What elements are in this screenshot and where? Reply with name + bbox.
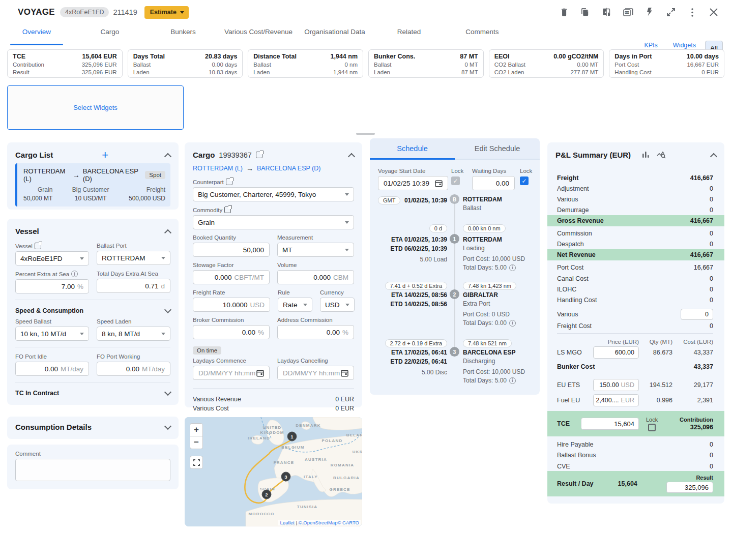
start-date-lock-checkbox[interactable]: ✓ xyxy=(451,176,460,185)
fueleu-price-input[interactable]: 2,400....EUR xyxy=(593,394,639,406)
volume-input[interactable]: 0.000CBM xyxy=(277,270,354,284)
osm-link[interactable]: © OpenStreetMap xyxy=(299,520,338,525)
laydays-commence-input[interactable]: DD/MM/YY hh:mm xyxy=(193,366,270,380)
address-commission-input[interactable]: 0.00% xyxy=(277,325,354,339)
freight-rate-input[interactable]: 10.0000USD xyxy=(193,298,270,312)
svg-text:1: 1 xyxy=(290,434,294,439)
voyage-start-date-input[interactable]: 01/02/25 10:39 xyxy=(378,176,448,190)
estimate-button[interactable]: Estimate xyxy=(144,6,189,19)
percent-extra-at-sea-input[interactable]: 7.00% xyxy=(15,279,89,293)
compare-icon[interactable] xyxy=(602,7,612,17)
cargo-route-from: ROTTERDAM (L) xyxy=(23,167,70,183)
vessel-external-link-icon[interactable] xyxy=(35,243,41,249)
kpi-card-days-in-port: Days in Port10.00 days Port Cost16,667 E… xyxy=(609,49,724,78)
expand-consumption-icon[interactable] xyxy=(164,422,171,429)
ballast-port-select[interactable]: ROTTERDAM xyxy=(97,251,170,265)
currency-select[interactable]: USD xyxy=(320,298,355,312)
tab-comments[interactable]: Comments xyxy=(446,24,519,41)
commodity-select[interactable]: Grain xyxy=(193,215,354,229)
fo-port-idle-input[interactable]: 0.00MT/day xyxy=(15,362,89,376)
expand-icon[interactable] xyxy=(666,7,676,17)
flash-icon[interactable] xyxy=(645,7,655,17)
collapse-pnl-icon[interactable] xyxy=(710,153,717,160)
route-link-to[interactable]: BARCELONA ESP (D) xyxy=(257,165,321,172)
fo-port-working-input[interactable]: 0.00MT/day xyxy=(97,362,170,376)
consumption-details-title: Consumption Details xyxy=(15,423,92,431)
more-menu-icon[interactable] xyxy=(687,7,697,17)
voyage-number: 211419 xyxy=(113,8,137,16)
route-arrow-icon: → xyxy=(73,171,80,179)
booked-quantity-input[interactable]: 50,000 xyxy=(193,243,270,257)
route-map[interactable]: + − UNITED KINGDOM IRELAND DENMARK BELGI… xyxy=(185,417,362,526)
timeline-node-2: 2 xyxy=(450,289,459,299)
waiting-days-lock-checkbox[interactable]: ✓ xyxy=(520,176,529,185)
select-widgets-button[interactable]: Select Widgets xyxy=(7,85,184,130)
add-cargo-icon[interactable]: + xyxy=(102,151,108,159)
calendar-icon[interactable] xyxy=(435,180,443,187)
tab-edit-schedule[interactable]: Edit Schedule xyxy=(455,138,540,159)
collapse-vessel-icon[interactable] xyxy=(164,229,171,236)
delete-icon[interactable] xyxy=(559,7,569,17)
timeline-node-b: B xyxy=(450,194,459,204)
pnl-various-input[interactable]: 0 xyxy=(681,309,713,320)
svg-text:UKR.: UKR. xyxy=(353,450,362,454)
euets-price-input[interactable]: 150.00USD xyxy=(593,379,639,391)
kpi-card-bunker-cons: Bunker Cons.87 MT Ballast0 MT Laden87 MT xyxy=(368,49,484,78)
stowage-factor-input[interactable]: 0.000CBFT/MT xyxy=(193,270,270,284)
expand-speed-icon[interactable] xyxy=(164,306,171,313)
tab-related[interactable]: Related xyxy=(372,24,446,41)
map-zoom-in-button[interactable]: + xyxy=(190,423,203,436)
pdf-export-icon[interactable]: PDF xyxy=(623,7,633,17)
carto-link[interactable]: © CARTO xyxy=(337,520,359,525)
route-link-from[interactable]: ROTTERDAM (L) xyxy=(193,165,243,172)
tab-overview[interactable]: Overview xyxy=(0,24,73,41)
trend-analysis-icon[interactable] xyxy=(657,151,666,159)
various-revenue-label: Various Revenue xyxy=(193,395,241,404)
laydays-cancelling-input[interactable]: DD/MM/YY hh:mm xyxy=(277,366,354,380)
broker-commission-input[interactable]: 0.00% xyxy=(193,325,270,339)
waiting-days-input[interactable]: 0.00 xyxy=(472,176,515,190)
speed-consumption-title: Speed & Consumption xyxy=(15,307,83,314)
collapse-cargo-list-icon[interactable] xyxy=(164,153,171,160)
cargo-list-item[interactable]: ROTTERDAM (L) → BARCELONA ESP (D) Spot G… xyxy=(15,163,170,207)
calendar-icon[interactable] xyxy=(341,369,348,377)
tab-bunkers[interactable]: Bunkers xyxy=(147,24,220,41)
various-cost-label: Various Cost xyxy=(193,404,229,413)
svg-text:BELARU: BELARU xyxy=(346,433,362,437)
counterpart-select[interactable]: Big Customer, Charterer, 45999, Tokyo xyxy=(193,187,354,201)
speed-ballast-select[interactable]: 10 kn, 10 MT/d xyxy=(15,327,89,341)
duplicate-icon[interactable] xyxy=(580,7,591,17)
tce-input[interactable]: 15,604 xyxy=(581,418,639,430)
chevron-down-icon xyxy=(345,193,349,196)
close-icon[interactable] xyxy=(709,7,719,17)
rule-select[interactable]: Rate xyxy=(278,298,312,312)
expand-tc-icon[interactable] xyxy=(164,389,171,396)
commodity-external-link-icon[interactable] xyxy=(224,207,231,213)
vessel-select[interactable]: 4xRoEeE1FD xyxy=(15,251,89,266)
calendar-icon[interactable] xyxy=(256,369,264,377)
lsmgo-price-input[interactable]: 600.00 xyxy=(593,346,639,359)
comment-textarea[interactable] xyxy=(15,459,170,481)
tab-various-cost-revenue[interactable]: Various Cost/Revenue xyxy=(220,24,297,41)
collapse-cargo-icon[interactable] xyxy=(348,153,355,160)
measurement-select[interactable]: MT xyxy=(277,243,354,257)
speed-laden-select[interactable]: 8 kn, 8 MT/d xyxy=(97,327,170,341)
map-fullscreen-button[interactable] xyxy=(190,456,203,469)
cargo-route-to: BARCELONA ESP (D) xyxy=(83,167,142,183)
tce-lock-checkbox[interactable] xyxy=(648,424,656,431)
bar-chart-icon[interactable] xyxy=(642,151,650,159)
cargo-external-link-icon[interactable] xyxy=(256,152,262,158)
chevron-down-icon xyxy=(345,221,349,224)
panel-resize-handle[interactable] xyxy=(356,133,375,135)
result-input[interactable]: 325,096 xyxy=(666,482,713,493)
tab-organisational-data[interactable]: Organisational Data xyxy=(297,24,372,41)
estimate-button-label: Estimate xyxy=(150,9,177,16)
tab-cargo[interactable]: Cargo xyxy=(73,24,147,41)
counterpart-external-link-icon[interactable] xyxy=(226,179,232,185)
svg-text:3: 3 xyxy=(284,474,287,480)
tab-schedule[interactable]: Schedule xyxy=(370,138,455,159)
total-days-extra-input[interactable]: 0.71d xyxy=(97,279,170,293)
leaflet-link[interactable]: Leaflet xyxy=(280,520,295,525)
map-zoom-out-button[interactable]: − xyxy=(190,436,203,449)
main-tabs: Overview Cargo Bunkers Various Cost/Reve… xyxy=(0,24,519,41)
